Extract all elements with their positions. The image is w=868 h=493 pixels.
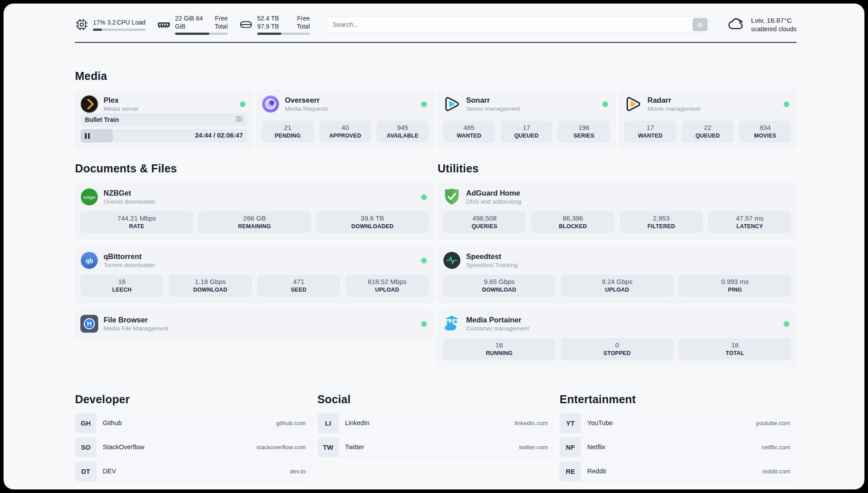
cpu-resource-widget: 17% 3.2 CPU Load	[75, 14, 146, 35]
bookmark-url: linkedin.com	[514, 413, 548, 433]
app-card-adguard[interactable]: AdGuard Home DNS and adblocking 498,508 …	[438, 183, 797, 238]
section-title-utilities: Utilities	[438, 162, 797, 175]
app-card-overseerr[interactable]: Overseerr Media Requests 21 PENDING 40 A…	[256, 90, 434, 148]
app-description: Media server	[104, 105, 138, 112]
bookmark-name: LinkedIn	[345, 413, 370, 433]
app-name: qBittorrent	[104, 252, 155, 261]
app-card-sonarr[interactable]: Sonarr Series management 485 WANTED 17 Q…	[438, 90, 615, 148]
app-description: DNS and adblocking	[466, 198, 521, 205]
bookmark-github[interactable]: GH Github github.com	[75, 413, 312, 433]
section-social: Social LI LinkedIn linkedin.com TW Twitt…	[317, 393, 555, 457]
app-name: Media Portainer	[466, 316, 529, 324]
memory-free-label: Free	[215, 15, 228, 22]
app-name: Radarr	[647, 96, 701, 104]
bookmark-name: YouTube	[587, 413, 613, 433]
stat-queued: 17 QUEUED	[501, 121, 553, 142]
section-entertainment: Entertainment YT YouTube youtube.com NF …	[559, 393, 797, 481]
bookmark-reddit[interactable]: RE Reddit reddit.com	[559, 461, 797, 481]
app-card-qbittorrent[interactable]: qb qBittorrent Torrent downloader 16 LEE…	[75, 246, 434, 302]
bookmark-badge: TW	[317, 437, 339, 457]
search-input[interactable]	[326, 16, 709, 33]
app-card-filebrowser[interactable]: File Browser Media File Management	[75, 309, 434, 338]
cpu-icon	[75, 18, 88, 31]
app-description: Series management	[466, 105, 520, 112]
weather-condition: scattered clouds	[751, 25, 797, 33]
status-online-dot	[784, 321, 789, 327]
pause-icon[interactable]	[85, 133, 90, 139]
bookmark-name: StackOverflow	[103, 437, 144, 457]
status-online-dot	[602, 101, 608, 107]
bookmark-name: Reddit	[587, 461, 606, 481]
media-type-icon	[235, 115, 243, 124]
bookmark-youtube[interactable]: YT YouTube youtube.com	[559, 413, 797, 433]
app-name: Speedtest	[466, 252, 518, 261]
stat-stopped: 0 STOPPED	[561, 338, 673, 360]
section-title-documents: Documents & Files	[75, 162, 434, 175]
bookmark-name: Github	[103, 413, 122, 433]
search-bar: G	[326, 16, 709, 33]
app-description: Usenet downloader	[104, 198, 155, 205]
app-card-speedtest[interactable]: Speedtest Speedtest Tracking 9.65 Gbps D…	[438, 246, 797, 302]
section-media: Media Plex Media server	[75, 70, 797, 148]
app-card-portainer[interactable]: Media Portainer Container management 16 …	[438, 309, 797, 365]
memory-free-value: 22 GiB	[175, 15, 194, 22]
app-description: Media Requests	[285, 105, 329, 112]
status-online-dot	[421, 101, 427, 107]
cpu-label: CPU	[117, 19, 130, 26]
stat-upload: 9.24 Gbps UPLOAD	[561, 275, 673, 297]
bookmark-badge: NF	[559, 437, 581, 457]
app-card-nzbget[interactable]: nzbget NZBGet Usenet downloader 744.21 M…	[75, 183, 434, 238]
cpu-usage-bar	[93, 29, 146, 31]
bookmark-stackoverflow[interactable]: SO StackOverflow stackoverflow.com	[75, 437, 312, 457]
stat-filtered: 2,953 FILTERED	[620, 211, 703, 233]
stat-downloaded: 39.6 TB DOWNLOADED	[316, 211, 429, 233]
app-name: NZBGet	[104, 189, 155, 197]
app-description: Speedtest Tracking	[466, 262, 518, 268]
bookmark-linkedin[interactable]: LI LinkedIn linkedin.com	[317, 413, 555, 433]
app-description: Media File Management	[104, 325, 168, 332]
memory-usage-bar	[175, 33, 228, 35]
stat-wanted: 17 WANTED	[624, 121, 676, 142]
weather-widget: Lviv, 16.87°C scattered clouds	[727, 16, 797, 33]
section-utilities: Utilities AdGuard Home	[438, 162, 797, 365]
storage-free-value: 52.4 TB	[257, 15, 279, 22]
section-title-social: Social	[317, 393, 555, 406]
memory-total-label: Total	[214, 23, 228, 30]
cpu-usage-value: 17%	[93, 19, 105, 26]
section-title-developer: Developer	[75, 393, 312, 406]
stat-running: 16 RUNNING	[443, 338, 555, 360]
memory-resource-widget: 22 GiB 64 GiB Free Total	[157, 14, 228, 35]
bookmark-badge: SO	[75, 437, 96, 457]
app-name: AdGuard Home	[466, 189, 521, 197]
bookmark-url: github.com	[276, 413, 306, 433]
section-title-entertainment: Entertainment	[559, 393, 797, 406]
bookmark-url: netflix.com	[761, 437, 790, 457]
section-documents: Documents & Files nzbget NZBGet Usenet d	[75, 162, 434, 338]
app-name: Plex	[104, 96, 138, 104]
app-description: Movie management	[647, 105, 701, 112]
bookmark-dev[interactable]: DT DEV dev.to	[75, 461, 312, 481]
section-developer: Developer GH Github github.com SO StackO…	[75, 393, 312, 481]
stat-wanted: 485 WANTED	[443, 121, 495, 142]
bookmark-netflix[interactable]: NF Netflix netflix.com	[559, 437, 797, 457]
stat-rate: 744.21 Mbps RATE	[80, 211, 193, 233]
app-card-plex[interactable]: Plex Media server Bullet Train	[75, 90, 253, 148]
app-card-radarr[interactable]: Radarr Movie management 17 WANTED 22 QUE…	[619, 90, 797, 148]
playback-progress-bar: 24:44 / 02:06:47	[80, 129, 247, 142]
overseerr-icon	[262, 95, 280, 113]
search-engine-button[interactable]: G	[693, 18, 708, 31]
stat-blocked: 86,396 BLOCKED	[531, 211, 614, 233]
bookmark-url: dev.to	[290, 461, 306, 481]
status-online-dot	[240, 101, 246, 107]
top-bar: 17% 3.2 CPU Load	[75, 14, 797, 35]
bookmark-url: stackoverflow.com	[256, 437, 305, 457]
cpu-load-label: Load	[132, 19, 146, 26]
bookmark-url: youtube.com	[756, 413, 790, 433]
hard-drive-icon	[239, 18, 253, 31]
stat-upload: 618.52 Mbps UPLOAD	[346, 275, 429, 297]
stat-pending: 21 PENDING	[262, 121, 314, 142]
plex-icon	[80, 95, 98, 113]
bookmark-badge: GH	[75, 413, 96, 433]
now-playing-title: Bullet Train	[85, 116, 119, 123]
bookmark-twitter[interactable]: TW Twitter twitter.com	[317, 437, 555, 457]
